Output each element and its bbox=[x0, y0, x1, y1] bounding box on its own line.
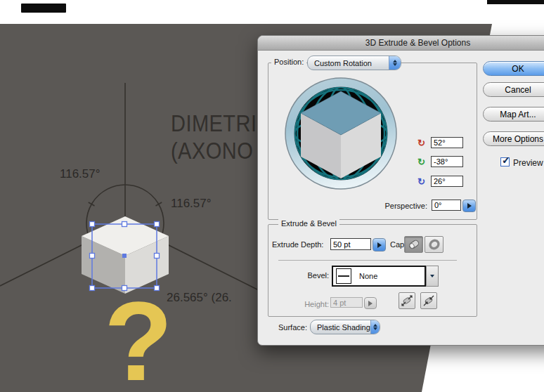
selection-center-handle[interactable] bbox=[122, 254, 127, 258]
rotate-z-axis-icon: ↻ bbox=[416, 176, 427, 187]
angle-label-right: 116.57° bbox=[171, 197, 212, 211]
cap-solid-icon bbox=[407, 238, 421, 251]
question-mark-graphic: ? bbox=[104, 285, 173, 392]
preview-checkbox[interactable]: ✓ bbox=[500, 157, 510, 166]
bevel-extent-in-icon bbox=[422, 294, 436, 308]
extrude-depth-label: Extrude Depth: bbox=[272, 240, 323, 249]
surface-popup[interactable]: Plastic Shading bbox=[310, 320, 380, 334]
angle-label-bottom: 26.565° (26. bbox=[167, 291, 232, 305]
stepper-up-down-icon[interactable] bbox=[370, 320, 380, 334]
cap-hollow-icon bbox=[427, 238, 441, 251]
extrude-bevel-group: Extrude & Bevel Extrude Depth: Cap: Beve… bbox=[268, 224, 477, 317]
group-divider bbox=[278, 260, 457, 261]
rotate-y-axis-icon: ↻ bbox=[416, 157, 427, 167]
window-fragment-top-right bbox=[487, 0, 544, 4]
rotate-y-input[interactable] bbox=[431, 156, 463, 167]
more-options-button[interactable]: More Options bbox=[483, 131, 544, 146]
extrude-depth-slider-button[interactable] bbox=[373, 238, 386, 251]
bevel-extent-in-button[interactable] bbox=[420, 292, 437, 309]
cap-solid-button[interactable] bbox=[404, 236, 423, 253]
position-popup[interactable]: Custom Rotation bbox=[307, 55, 401, 70]
position-group: Position: Custom Rotation bbox=[268, 63, 477, 220]
canvas-heading-line2: (AXONO bbox=[171, 138, 253, 164]
height-slider-button[interactable] bbox=[364, 297, 377, 309]
checkmark-icon: ✓ bbox=[502, 155, 510, 166]
position-popup-value: Custom Rotation bbox=[308, 59, 372, 67]
rotate-z-input[interactable] bbox=[431, 176, 463, 187]
bevel-extent-out-button[interactable] bbox=[399, 292, 415, 309]
perspective-input[interactable] bbox=[432, 200, 461, 211]
position-label: Position: bbox=[271, 58, 306, 66]
cancel-button[interactable]: Cancel bbox=[483, 82, 544, 97]
surface-label: Surface: bbox=[278, 323, 307, 332]
window-fragment-top-left bbox=[21, 4, 66, 13]
stepper-up-down-icon[interactable] bbox=[389, 56, 401, 70]
rotation-trackball[interactable] bbox=[285, 77, 397, 190]
bevel-value: None bbox=[359, 272, 377, 280]
cap-hollow-button[interactable] bbox=[425, 236, 443, 253]
bevel-label: Bevel: bbox=[287, 271, 329, 280]
bevel-combo[interactable]: None bbox=[332, 266, 426, 287]
angle-label-top-left: 116.57° bbox=[60, 167, 101, 181]
dialog-title[interactable]: 3D Extrude & Bevel Options bbox=[258, 36, 544, 51]
bevel-extent-out-icon bbox=[400, 294, 414, 308]
perspective-slider-button[interactable] bbox=[462, 200, 476, 212]
surface-popup-value: Plastic Shading bbox=[311, 323, 370, 332]
bevel-dropdown-button[interactable] bbox=[426, 266, 439, 287]
screenshot-stage: DIMETRI (AXONO 116.57° 116.57° 26.565° (… bbox=[0, 0, 544, 392]
preview-checkbox-label: Preview bbox=[513, 158, 543, 168]
height-label: Height: bbox=[287, 300, 329, 308]
extrude-bevel-dialog: 3D Extrude & Bevel Options Position: Cus… bbox=[257, 35, 544, 346]
height-input[interactable] bbox=[330, 297, 363, 308]
ok-button[interactable]: OK bbox=[483, 61, 544, 76]
canvas-heading-line1: DIMETRI bbox=[171, 110, 257, 137]
rotate-x-axis-icon: ↻ bbox=[416, 138, 427, 148]
extrude-depth-input[interactable] bbox=[330, 238, 371, 250]
map-art-button[interactable]: Map Art... bbox=[483, 107, 544, 122]
rotate-x-input[interactable] bbox=[431, 137, 463, 148]
perspective-label: Perspective: bbox=[357, 202, 427, 210]
extrude-bevel-group-label: Extrude & Bevel bbox=[278, 219, 339, 228]
bevel-preview-icon bbox=[336, 268, 351, 284]
